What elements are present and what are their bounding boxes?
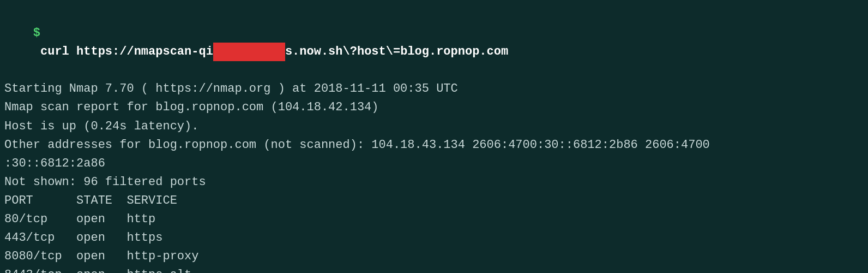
command-line: $ curl https://nmapscan-qi s.now.sh\?hos…	[4, 5, 864, 80]
redacted-text	[213, 43, 285, 61]
terminal-window: $ curl https://nmapscan-qi s.now.sh\?hos…	[4, 5, 864, 268]
output-line-2: Nmap scan report for blog.ropnop.com (10…	[4, 98, 864, 117]
output-line-10: 8080/tcp open http-proxy	[4, 247, 864, 266]
output-line-4: Other addresses for blog.ropnop.com (not…	[4, 136, 864, 155]
output-line-5: :30::6812:2a86	[4, 155, 864, 173]
output-line-1: Starting Nmap 7.70 ( https://nmap.org ) …	[4, 80, 864, 98]
command-text-end: s.now.sh\?host\=blog.ropnop.com	[285, 45, 508, 58]
output-line-8: 80/tcp open http	[4, 210, 864, 229]
command-text: curl https://nmapscan-qi	[33, 45, 213, 58]
output-line-7: PORT STATE SERVICE	[4, 192, 864, 210]
output-line-3: Host is up (0.24s latency).	[4, 117, 864, 136]
output-line-9: 443/tcp open https	[4, 229, 864, 247]
prompt-dollar: $	[33, 26, 40, 40]
output-line-11: 8443/tcp open https-alt	[4, 266, 864, 273]
output-line-6: Not shown: 96 filtered ports	[4, 173, 864, 192]
